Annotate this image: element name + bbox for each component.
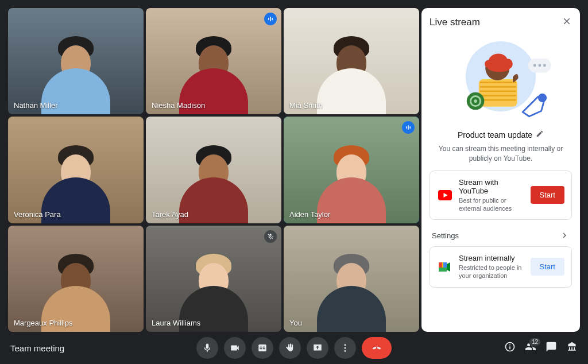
youtube-option-sub: Best for public or external audiences bbox=[459, 196, 525, 213]
video-tile[interactable]: Aiden Taylor bbox=[284, 117, 419, 223]
meet-icon bbox=[437, 261, 453, 273]
internal-start-button[interactable]: Start bbox=[531, 258, 564, 276]
meeting-title: Team meeting bbox=[10, 343, 64, 353]
chevron-right-icon bbox=[559, 230, 570, 241]
participant-name-label: Nathan Miller bbox=[14, 101, 58, 110]
panel-subhead: You can stream this meeting internally o… bbox=[438, 144, 564, 164]
camera-toggle-button[interactable] bbox=[224, 337, 246, 359]
internal-option-sub: Restricted to people in your organizatio… bbox=[459, 264, 525, 280]
participant-name-label: Tarek Ayad bbox=[152, 210, 188, 219]
activities-button[interactable] bbox=[566, 341, 578, 355]
captions-button[interactable] bbox=[252, 337, 273, 359]
people-button[interactable]: 12 bbox=[525, 341, 536, 355]
svg-point-16 bbox=[538, 94, 547, 102]
settings-label: Settings bbox=[432, 231, 459, 240]
video-tile[interactable]: Veronica Para bbox=[8, 117, 144, 223]
participant-name-label: Laura Williams bbox=[152, 319, 200, 327]
panel-title: Live stream bbox=[430, 17, 480, 28]
participant-name-label: You bbox=[289, 319, 302, 327]
edit-stream-name-icon[interactable] bbox=[536, 130, 544, 140]
video-tile[interactable]: Laura Williams bbox=[146, 226, 281, 332]
present-screen-button[interactable] bbox=[307, 337, 328, 359]
svg-point-24 bbox=[345, 350, 346, 352]
svg-point-13 bbox=[533, 64, 536, 67]
participant-name-label: Niesha Madison bbox=[152, 101, 205, 110]
internal-option-card: Stream internally Restricted to people i… bbox=[430, 246, 572, 288]
video-tile[interactable]: You bbox=[284, 226, 419, 332]
internal-option-title: Stream internally bbox=[459, 254, 525, 262]
svg-rect-5 bbox=[410, 126, 411, 129]
participant-name-label: Margeaux Phillips bbox=[14, 319, 73, 327]
participant-name-label: Mia Smith bbox=[289, 101, 323, 110]
stream-name: Product team update bbox=[458, 130, 532, 140]
svg-point-22 bbox=[345, 344, 346, 346]
chat-button[interactable] bbox=[546, 341, 557, 355]
svg-rect-20 bbox=[439, 268, 447, 272]
svg-point-14 bbox=[538, 64, 541, 67]
svg-rect-7 bbox=[479, 79, 517, 107]
live-stream-panel: Live stream Produc bbox=[421, 8, 580, 332]
svg-rect-4 bbox=[408, 125, 409, 130]
settings-row[interactable]: Settings bbox=[430, 226, 572, 243]
svg-rect-21 bbox=[443, 262, 447, 268]
video-grid: Nathan MillerNiesha MadisonMia SmithVero… bbox=[8, 8, 419, 332]
bottom-bar: Team meeting 12 bbox=[0, 332, 588, 364]
svg-rect-2 bbox=[272, 18, 273, 20]
video-tile[interactable]: Nathan Miller bbox=[8, 8, 144, 114]
video-tile[interactable]: Mia Smith bbox=[284, 8, 419, 114]
close-icon[interactable] bbox=[562, 16, 572, 29]
youtube-option-title: Stream with YouTube bbox=[459, 178, 525, 195]
svg-point-11 bbox=[474, 99, 477, 103]
youtube-option-card: Stream with YouTube Best for public or e… bbox=[430, 171, 572, 220]
svg-rect-1 bbox=[270, 17, 271, 21]
participant-count-badge: 12 bbox=[529, 338, 541, 346]
participant-name-label: Aiden Taylor bbox=[289, 210, 330, 219]
svg-point-15 bbox=[543, 64, 546, 67]
raise-hand-button[interactable] bbox=[279, 337, 301, 359]
speaking-indicator-icon bbox=[264, 13, 277, 25]
more-options-button[interactable] bbox=[334, 337, 356, 359]
youtube-start-button[interactable]: Start bbox=[531, 186, 564, 204]
video-tile[interactable]: Niesha Madison bbox=[146, 8, 281, 114]
svg-rect-3 bbox=[406, 126, 407, 129]
muted-indicator-icon bbox=[264, 230, 277, 243]
live-stream-illustration bbox=[430, 31, 572, 127]
svg-rect-0 bbox=[268, 18, 269, 20]
meeting-details-button[interactable] bbox=[504, 341, 516, 355]
svg-point-23 bbox=[345, 347, 346, 349]
video-tile[interactable]: Margeaux Phillips bbox=[8, 226, 144, 332]
youtube-icon bbox=[437, 190, 453, 200]
participant-name-label: Veronica Para bbox=[14, 210, 61, 219]
end-call-button[interactable] bbox=[362, 337, 392, 359]
mic-toggle-button[interactable] bbox=[196, 337, 218, 359]
video-tile[interactable]: Tarek Ayad bbox=[146, 117, 281, 223]
